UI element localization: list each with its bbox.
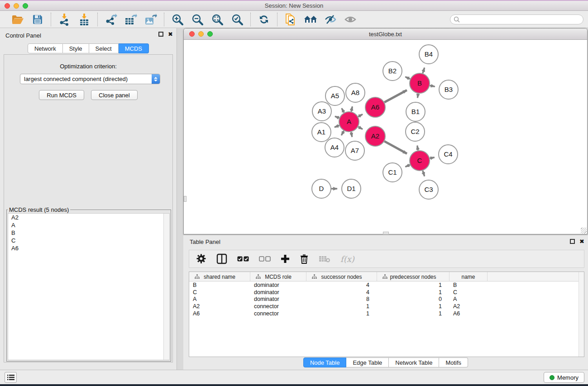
table-row[interactable]: A2connector11A2 — [189, 303, 584, 310]
table-cell[interactable]: 1 — [306, 303, 377, 310]
table-cell[interactable]: A — [189, 296, 250, 302]
zoom-in-icon[interactable] — [171, 13, 184, 26]
table-scrollbar[interactable] — [578, 272, 584, 357]
table-cell[interactable]: connector — [250, 303, 306, 310]
criterion-dropdown[interactable]: largest connected component (directed) — [20, 74, 160, 84]
tab-network[interactable]: Network — [28, 43, 63, 53]
column-header-successor-nodes[interactable]: successor nodes — [306, 272, 377, 281]
table-cell[interactable]: C — [189, 289, 250, 295]
table-row[interactable]: Bdominator41B — [189, 281, 584, 289]
graph-edge-B-B4[interactable] — [423, 68, 425, 73]
tab-select[interactable]: Select — [89, 43, 119, 53]
table-cell[interactable]: dominator — [250, 296, 306, 302]
show-columns-icon[interactable] — [237, 256, 249, 262]
column-header-predecessor-nodes[interactable]: predecessor nodes — [377, 272, 449, 281]
save-session-icon[interactable] — [31, 13, 44, 26]
hide-columns-icon[interactable] — [259, 256, 271, 262]
graph-edge-C-C2[interactable] — [417, 146, 418, 151]
memory-button[interactable]: Memory — [544, 372, 584, 383]
table-cell[interactable]: 1 — [377, 282, 449, 288]
graph-node-A3[interactable]: A3 — [312, 102, 331, 121]
graph-node-A6[interactable]: A6 — [365, 97, 385, 117]
graph-edge-A-A7[interactable] — [351, 132, 352, 137]
result-item[interactable]: B — [8, 229, 169, 237]
result-item[interactable]: A6 — [8, 244, 169, 252]
export-table-icon[interactable] — [124, 13, 138, 26]
network-graph[interactable]: AA1A2A3A4A5A6A7A8BB1B2B3B4CC1C2C3C4DD1 — [184, 40, 587, 234]
graph-node-B3[interactable]: B3 — [439, 80, 458, 99]
export-network-icon[interactable] — [104, 13, 118, 26]
graph-edge-A6-B[interactable] — [384, 90, 407, 102]
graph-edge-A2-C[interactable] — [384, 141, 407, 153]
result-item[interactable]: C — [8, 237, 169, 244]
table-cell[interactable]: C — [449, 289, 488, 295]
close-panel-icon[interactable]: ✖ — [168, 32, 173, 37]
table-cell[interactable]: 4 — [306, 289, 377, 295]
graph-node-C[interactable]: C — [410, 151, 430, 171]
tab-motifs[interactable]: Motifs — [439, 357, 468, 367]
zoom-out-icon[interactable] — [191, 13, 204, 26]
table-cell[interactable]: A2 — [189, 303, 250, 310]
table-cell[interactable]: 1 — [377, 289, 449, 295]
delete-column-icon[interactable] — [300, 254, 309, 264]
result-item[interactable]: A — [8, 221, 169, 229]
left-splitter-grip[interactable] — [184, 196, 186, 202]
graph-edge-A-A2[interactable] — [358, 127, 363, 129]
graph-node-C2[interactable]: C2 — [406, 122, 425, 141]
table-cell[interactable]: connector — [250, 310, 306, 317]
graph-edge-A-A5[interactable] — [342, 108, 344, 113]
table-cell[interactable]: A6 — [449, 310, 488, 317]
delete-table-icon[interactable] — [319, 255, 330, 263]
graph-edge-C-C1[interactable] — [405, 165, 410, 167]
graph-edge-A-A3[interactable] — [335, 116, 339, 118]
column-header-MCDS-role[interactable]: MCDS role — [250, 272, 306, 281]
float-table-panel-icon[interactable] — [570, 239, 575, 244]
graph-node-A8[interactable]: A8 — [346, 83, 365, 102]
hide-selected-icon[interactable] — [324, 13, 337, 26]
columns-icon[interactable] — [216, 253, 227, 264]
table-row[interactable]: Cdominator41C — [189, 289, 584, 296]
table-row[interactable]: A6connector11A6 — [189, 310, 584, 317]
graph-node-A7[interactable]: A7 — [345, 141, 364, 160]
graph-node-A[interactable]: A — [339, 112, 359, 132]
first-neighbors-icon[interactable] — [304, 13, 317, 26]
graph-node-A4[interactable]: A4 — [325, 138, 344, 157]
graph-edge-B-B1[interactable] — [417, 94, 418, 98]
run-mcds-button[interactable]: Run MCDS — [39, 90, 84, 100]
float-panel-icon[interactable] — [158, 32, 163, 37]
column-header-name[interactable]: name — [449, 272, 488, 281]
function-builder-icon[interactable]: f(x) — [340, 254, 354, 264]
tab-style[interactable]: Style — [63, 43, 89, 53]
graph-edge-B-B3[interactable] — [430, 86, 435, 86]
graph-node-B1[interactable]: B1 — [406, 102, 425, 121]
graph-edge-C-C3[interactable] — [423, 171, 425, 176]
close-table-panel-icon[interactable]: ✖ — [579, 239, 584, 244]
table-settings-icon[interactable] — [196, 254, 206, 264]
export-image-icon[interactable] — [144, 13, 158, 26]
table-cell[interactable]: 1 — [377, 310, 449, 317]
task-history-button[interactable] — [5, 372, 17, 383]
graph-edge-B-B2[interactable] — [405, 77, 410, 79]
bottom-splitter-grip[interactable] — [383, 232, 389, 234]
network-canvas[interactable]: AA1A2A3A4A5A6A7A8BB1B2B3B4CC1C2C3C4DD1 — [184, 40, 587, 234]
table-cell[interactable]: 1 — [306, 310, 377, 317]
open-file-icon[interactable] — [11, 13, 24, 26]
graph-node-B[interactable]: B — [410, 73, 430, 93]
graph-node-B4[interactable]: B4 — [419, 45, 438, 64]
search-input[interactable] — [460, 15, 583, 24]
graph-edge-A-A6[interactable] — [358, 114, 363, 116]
graph-edge-A-A4[interactable] — [341, 131, 344, 135]
tab-network-table[interactable]: Network Table — [389, 357, 439, 367]
result-list-scrollbar[interactable] — [163, 214, 169, 360]
refresh-icon[interactable] — [257, 13, 271, 26]
table-cell[interactable]: A2 — [449, 303, 488, 310]
table-cell[interactable]: 8 — [306, 296, 377, 302]
graph-node-D[interactable]: D — [312, 179, 331, 198]
show-all-icon[interactable] — [344, 13, 357, 26]
graph-node-A2[interactable]: A2 — [365, 126, 385, 146]
tab-node-table[interactable]: Node Table — [303, 357, 347, 367]
search-field[interactable] — [450, 14, 583, 24]
graph-node-D1[interactable]: D1 — [342, 179, 361, 198]
tab-edge-table[interactable]: Edge Table — [346, 357, 389, 367]
table-row[interactable]: Adominator80A — [189, 296, 584, 303]
